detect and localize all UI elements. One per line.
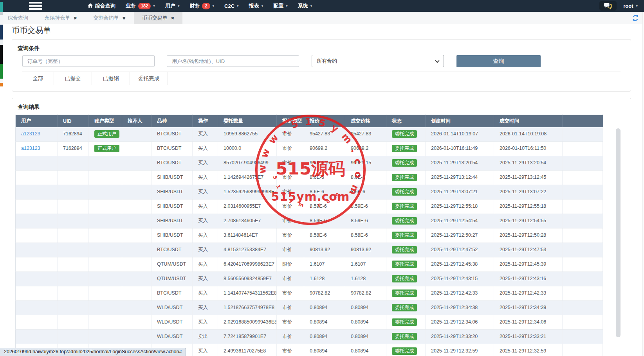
cell-uid: 7162894 [58,142,89,156]
tab-2[interactable]: 永续持仓单✖ [36,12,85,24]
cell-deal_at: 2026-01-14T10:19:08 [494,127,563,142]
tab-1[interactable]: 综合查询 [0,12,36,24]
user-search-input[interactable] [167,55,299,67]
nav-item-6[interactable]: 报表▾ [249,2,263,9]
refresh-icon [632,14,639,22]
status-filter-4[interactable]: 委托完成 [130,72,168,85]
user-link[interactable]: a123123 [21,131,40,137]
order-number-input[interactable] [22,55,155,67]
cell-user: a123123 [16,142,58,156]
table-row: SHIB/USDT买入2.7086134605E7市价8.59E-68.59E-… [16,214,603,228]
tab-label: 综合查询 [8,14,28,22]
nav-item-label: 财务 [189,2,200,9]
search-button[interactable]: 查询 [456,55,541,67]
refresh-button[interactable] [632,14,639,22]
cell-user [16,228,58,243]
left-edge-sliver [0,12,3,15]
cell-price_type: 市价 [277,344,304,356]
cell-deal_price: 1.6128 [345,272,386,286]
column-header-status: 状态 [386,115,426,128]
nav-item-4[interactable]: 财务2▾ [189,2,214,9]
cell-price_type: 市价 [277,142,304,156]
cell-deal_price: 0.80894 [345,315,386,330]
tab-4[interactable]: 币币交易单✖ [134,12,182,24]
tab-3[interactable]: 交割合约单✖ [85,12,133,24]
close-icon[interactable]: ✖ [122,16,125,20]
status-filter-2[interactable]: 已提交 [54,72,92,85]
cell-extra [563,185,603,200]
table-scrollbar[interactable] [616,128,621,337]
cell-price_type: 市价 [277,272,304,286]
cell-price: 95427.83 [304,127,345,142]
nav-item-label: C2C [224,3,235,9]
cell-price: 8.59E-6 [304,200,345,214]
cell-account_type [89,200,122,214]
cell-deal_at: 2025-11-29T12:32:59 [494,344,563,356]
cell-price_type: 市价 [277,127,304,142]
cell-amount: 2.0314600955E7 [218,200,277,214]
column-header-deal_price: 成交价格 [345,115,386,128]
cell-extra [563,243,603,257]
cell-deal_price: 0.80894 [345,344,386,356]
left-edge-sliver [0,79,3,83]
column-header-amount: 委托数量 [218,115,277,128]
status-filter-row: 全部已提交已撤销委托完成 [22,72,621,85]
nav-item-1[interactable]: 综合查询 [88,2,115,9]
cell-referrer [122,243,152,257]
status-badge: 委托完成 [392,203,417,210]
cell-account_type [89,315,122,330]
table-row: BTC/USDT买入4.815312753384E7市价90813.929081… [16,243,603,257]
cell-created_at: 2025-11-29T12:47:52 [426,243,494,257]
chat-bubbles-icon [604,2,612,9]
cell-deal_price: 0.80894 [345,301,386,315]
status-filter-3[interactable]: 已撤销 [92,72,130,85]
navbar-right: root ▾ [599,1,644,11]
cell-amount: 8570207.904986499 [218,156,277,171]
tab-label: 币币交易单 [142,14,168,22]
cell-symbol: SHIB/USDT [152,200,193,214]
left-edge-sliver [0,64,3,79]
status-badge: 委托完成 [392,246,417,254]
nav-item-5[interactable]: C2C▾ [224,3,239,9]
cell-price: 0.80894 [304,330,345,344]
cell-operation: 买入 [193,257,218,272]
cell-amount: 1.5235925689999998E7 [218,185,277,200]
cell-referrer [122,272,152,286]
cell-account_type [89,185,122,200]
nav-menu: 综合查询业务182▾用户▾财务2▾C2C▾报表▾配置▾系统▾ [88,2,312,9]
status-filter-1[interactable]: 全部 [22,72,54,85]
nav-item-3[interactable]: 用户▾ [165,2,180,9]
close-icon[interactable]: ✖ [74,16,77,20]
user-link[interactable]: a123123 [21,146,40,151]
hamburger-menu-icon[interactable] [29,2,42,10]
cell-symbol: SHIB/USDT [152,171,193,185]
cell-operation: 买入 [193,243,218,257]
cell-operation: 买入 [193,228,218,243]
nav-item-2[interactable]: 业务182▾ [126,2,155,9]
cell-extra [563,228,603,243]
status-badge: 委托完成 [392,289,417,297]
cell-uid [58,171,89,185]
nav-item-8[interactable]: 系统▾ [298,2,312,9]
cell-amount: 1.1414074754311562E8 [218,286,277,301]
left-edge-sliver [0,2,3,12]
cell-created_at: 2025-11-29T12:33:20 [426,330,494,344]
status-badge: 委托完成 [392,304,417,311]
cell-status: 委托完成 [386,315,426,330]
chat-button[interactable] [599,1,617,11]
nav-item-7[interactable]: 配置▾ [273,2,288,9]
contract-select[interactable]: 所有合约 [312,55,444,67]
cell-uid: 7162894 [58,127,89,142]
left-edge-sliver [0,25,3,40]
cell-deal_price: 1.6107 [345,257,386,272]
cell-user [16,301,58,315]
close-icon[interactable]: ✖ [171,16,174,20]
nav-item-label: 配置 [273,2,283,9]
cell-deal_price: 8.6E-6 [345,185,386,200]
user-menu[interactable]: root ▾ [623,3,638,9]
chevron-down-icon: ▾ [286,4,288,8]
cell-price: 90699.2 [304,142,345,156]
cell-user [16,200,58,214]
cell-status: 委托完成 [386,228,426,243]
column-header-referrer: 推荐人 [122,115,152,128]
